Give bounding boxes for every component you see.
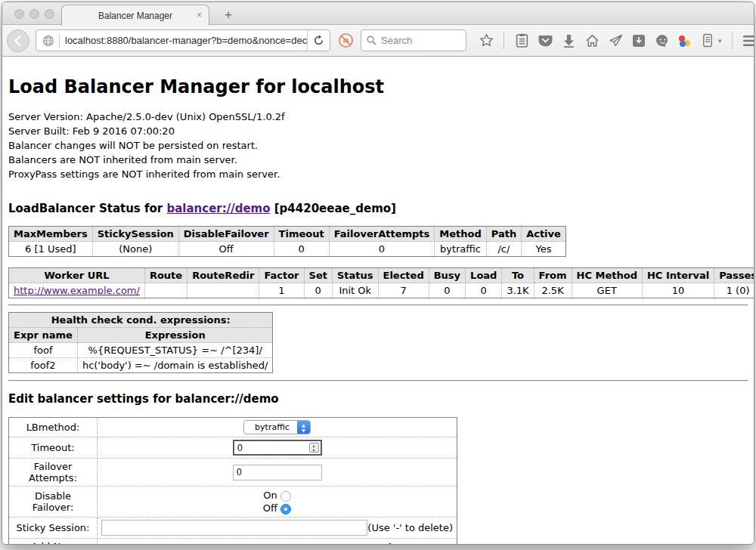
col-routeredir: RouteRedir <box>187 268 259 283</box>
toolbar-icons: ▾ <box>479 32 754 49</box>
sticky-session-row: Sticky Session: (Use '-' to delete) <box>9 518 457 539</box>
cell-factor: 1 <box>259 283 304 298</box>
cell-maxmembers: 6 [1 Used] <box>9 242 93 257</box>
col-maxmembers: MaxMembers <box>9 227 93 242</box>
col-busy: Busy <box>429 268 465 283</box>
radio-on-label: On <box>263 490 277 501</box>
cell-expression-foof2: hc('body') =~ /domain is established/ <box>77 358 273 373</box>
proxypass-note-line: ProxyPass settings are NOT inherited fro… <box>8 167 748 181</box>
reading-list-icon[interactable] <box>514 33 529 48</box>
cell-set: 0 <box>304 283 332 298</box>
col-method: Method <box>435 227 486 242</box>
send-page-icon[interactable] <box>608 33 623 48</box>
edit-balancer-form: LBmethod: bytraffic ▲▼ Timeout: ▴▾ <box>8 417 457 544</box>
search-input[interactable] <box>381 35 453 46</box>
cell-method: bytraffic <box>435 242 486 257</box>
pocket-icon[interactable] <box>538 33 553 48</box>
radio-off-label: Off <box>263 502 277 514</box>
search-bar[interactable] <box>361 29 466 51</box>
cell-expr-name-foof2: foof2 <box>9 358 78 373</box>
tab-title: Balancer Manager <box>98 11 172 21</box>
number-spinner-icon[interactable]: ▴▾ <box>309 443 319 453</box>
col-factor: Factor <box>259 268 304 283</box>
col-worker-url: Worker URL <box>9 268 145 283</box>
disable-failover-label: Disable Failover: <box>9 487 98 518</box>
cell-path: /c/ <box>486 242 521 257</box>
health-table-header-row: Expr name Expression <box>9 328 273 343</box>
balancer-status-table: MaxMembers StickySession DisableFailover… <box>8 226 566 257</box>
col-set: Set <box>304 268 332 283</box>
home-icon[interactable] <box>584 33 600 48</box>
page-content: Load Balancer Manager for localhost Serv… <box>2 58 754 544</box>
worker-table-header-row: Worker URL Route RouteRedir Factor Set S… <box>9 268 754 283</box>
new-tab-button[interactable]: + <box>220 8 237 23</box>
save-to-device-icon[interactable] <box>631 33 646 48</box>
sticky-session-input[interactable] <box>101 520 367 536</box>
tab-close-icon[interactable]: × <box>197 10 202 20</box>
cell-disablefailover: Off <box>178 242 274 257</box>
col-disablefailover: DisableFailover <box>178 227 274 242</box>
cell-timeout: 0 <box>274 242 329 257</box>
back-button[interactable] <box>7 29 29 52</box>
health-table-row: foof2 hc('body') =~ /domain is establish… <box>9 358 273 373</box>
edit-settings-heading: Edit balancer settings for balancer://de… <box>8 392 748 406</box>
toolbar-separator-2 <box>732 32 733 49</box>
col-hc-interval: HC Interval <box>642 268 714 283</box>
timeout-input[interactable] <box>233 440 322 456</box>
chevron-down-icon[interactable]: ▾ <box>718 37 722 45</box>
col-load: Load <box>466 268 502 283</box>
disable-failover-on-radio[interactable] <box>280 491 291 502</box>
status-heading-suffix: [p4420eeae_demo] <box>271 202 396 215</box>
content-blocked-icon[interactable] <box>336 32 355 50</box>
col-expr-name: Expr name <box>9 328 78 343</box>
timeout-row: Timeout: ▴▾ <box>9 437 457 459</box>
failover-attempts-row: Failover Attempts: <box>9 459 457 487</box>
lbmethod-label: LBmethod: <box>9 418 98 437</box>
sticky-session-label: Sticky Session: <box>9 518 98 539</box>
cell-route <box>144 283 187 298</box>
close-window-button[interactable] <box>14 9 24 19</box>
col-route: Route <box>144 268 187 283</box>
zoom-window-button[interactable] <box>45 9 54 19</box>
lbmethod-select[interactable]: bytraffic ▲▼ <box>243 420 311 434</box>
address-text[interactable]: localhost:8880/balancer-manager?b=demo&n… <box>60 35 307 46</box>
menu-hamburger-icon[interactable] <box>742 33 754 48</box>
color-dots-extension-icon[interactable] <box>678 34 692 48</box>
container-extension-icon[interactable] <box>700 33 715 48</box>
worker-table: Worker URL Route RouteRedir Factor Set S… <box>8 267 754 298</box>
server-built-line: Server Built: Feb 9 2016 07:00:20 <box>8 124 748 138</box>
server-info: Server Version: Apache/2.5.0-dev (Unix) … <box>8 110 748 181</box>
cell-elected: 7 <box>378 283 429 298</box>
chat-smiley-icon[interactable] <box>655 33 670 48</box>
cell-expr-name-foof: foof <box>9 343 78 358</box>
browser-window: Balancer Manager × + localhost:8880/bala… <box>2 2 754 545</box>
minimize-window-button[interactable] <box>29 9 39 19</box>
timeout-label: Timeout: <box>9 437 98 459</box>
balancer-demo-link[interactable]: balancer://demo <box>166 202 270 215</box>
cell-failoverattempts: 0 <box>329 242 435 257</box>
col-passes: Passes <box>714 268 754 283</box>
balancer-table-row: 6 [1 Used] (None) Off 0 0 bytraffic /c/ … <box>9 242 566 257</box>
health-table-caption-row: Health check cond. expressions: <box>9 313 273 328</box>
title-bar: Balancer Manager × + <box>2 2 754 25</box>
window-controls[interactable] <box>14 9 54 19</box>
section-divider-2 <box>8 380 748 382</box>
lbmethod-row: LBmethod: bytraffic ▲▼ <box>9 418 457 437</box>
bookmark-star-icon[interactable] <box>479 33 494 48</box>
worker-url-link[interactable]: http://www.example.com/ <box>14 285 140 296</box>
reload-button[interactable] <box>307 30 330 51</box>
health-table-caption: Health check cond. expressions: <box>9 313 273 328</box>
url-bar[interactable]: localhost:8880/balancer-manager?b=demo&n… <box>36 29 330 51</box>
globe-icon <box>36 35 59 47</box>
navigation-toolbar: localhost:8880/balancer-manager?b=demo&n… <box>2 25 754 57</box>
col-active: Active <box>522 227 566 242</box>
disable-failover-off-radio[interactable] <box>280 504 291 514</box>
server-version-line: Server Version: Apache/2.5.0-dev (Unix) … <box>8 110 748 124</box>
failover-attempts-label: Failover Attempts: <box>9 459 98 487</box>
failover-attempts-input[interactable] <box>233 465 322 480</box>
disable-failover-row: Disable Failover: On Off <box>9 487 457 518</box>
section-divider-1 <box>8 304 748 306</box>
col-path: Path <box>486 227 521 242</box>
browser-tab[interactable]: Balancer Manager × <box>61 5 209 26</box>
downloads-icon[interactable] <box>561 33 576 48</box>
